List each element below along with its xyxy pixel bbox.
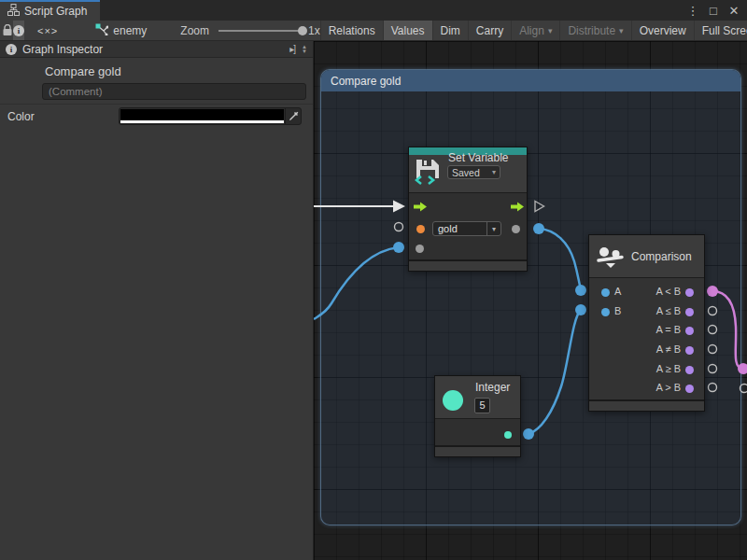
info-icon: i xyxy=(13,25,24,36)
view-toggles: Relations Values Dim Carry Align▾ Distri… xyxy=(320,21,747,40)
color-swatch[interactable] xyxy=(120,109,284,123)
input-port-a[interactable] xyxy=(601,288,610,297)
node-footer xyxy=(409,259,527,271)
chevron-down-icon: ▾ xyxy=(492,168,496,176)
full-screen-button[interactable]: Full Screen xyxy=(694,21,747,40)
output-port-less[interactable] xyxy=(685,288,694,297)
output-label: A > B xyxy=(655,382,681,393)
color-field[interactable] xyxy=(119,107,302,125)
output-label: A = B xyxy=(655,324,681,335)
carry-button[interactable]: Carry xyxy=(468,21,511,40)
output-port-equal[interactable] xyxy=(685,327,694,335)
zoom-value: 1x xyxy=(308,24,320,37)
graph-inspector-header: i Graph Inspector ▸] ▲ ▼ xyxy=(0,41,313,58)
output-label: A ≥ B xyxy=(656,363,681,374)
maximize-icon[interactable]: □ xyxy=(706,3,721,18)
divider xyxy=(0,104,313,105)
overview-button[interactable]: Overview xyxy=(631,21,694,40)
value-input-port[interactable] xyxy=(416,245,424,253)
node-title: Set Variable xyxy=(448,151,508,164)
alpha-bar xyxy=(120,120,284,123)
output-port-greater-equal[interactable] xyxy=(685,366,694,374)
tab-title: Script Graph xyxy=(24,5,87,18)
node-title: Comparison xyxy=(631,250,692,263)
node-set-variable[interactable]: Set Variable Saved ▾ gold ▾ xyxy=(408,147,528,272)
node-comparison[interactable]: Comparison A A < B B A ≤ B A = B A ≠ B xyxy=(588,234,705,412)
zoom-control: Zoom 1x xyxy=(180,21,319,40)
comment-input[interactable] xyxy=(42,83,306,100)
input-label: B xyxy=(614,305,621,316)
chevron-down-icon: ▾ xyxy=(486,222,500,235)
node-title: Integer xyxy=(475,381,510,394)
color-label: Color xyxy=(7,110,35,123)
flow-input-port[interactable] xyxy=(413,202,428,215)
zoom-slider[interactable] xyxy=(218,30,304,32)
graph-title: Compare gold xyxy=(45,64,121,78)
dock-panel-icon[interactable]: ▸] xyxy=(289,44,295,54)
relations-button[interactable]: Relations xyxy=(320,21,383,40)
inspector-toggle-button[interactable]: i xyxy=(13,21,24,40)
panel-scrubber[interactable]: ▲ ▼ xyxy=(302,45,307,54)
output-port-greater[interactable] xyxy=(685,385,694,393)
save-variable-icon xyxy=(415,158,441,189)
tab-bar: Script Graph ⋮ □ ✕ xyxy=(0,0,747,21)
code-icon: <×> xyxy=(37,25,58,36)
eyedropper-button[interactable] xyxy=(285,108,301,124)
script-graph-window: Script Graph ⋮ □ ✕ i <×> enemy Zoom 1x xyxy=(0,0,747,560)
value-output-port[interactable] xyxy=(512,225,520,233)
align-dropdown[interactable]: Align▾ xyxy=(511,21,559,40)
close-icon[interactable]: ✕ xyxy=(726,3,741,18)
integer-type-icon xyxy=(443,390,463,411)
breadcrumb-label: enemy xyxy=(113,24,147,37)
chevron-down-icon: ▾ xyxy=(548,26,553,35)
info-icon: i xyxy=(6,44,17,55)
variable-name-port[interactable] xyxy=(416,225,425,233)
inspector-header-title: Graph Inspector xyxy=(22,43,103,56)
flow-output-port[interactable] xyxy=(510,202,525,215)
scrub-down-icon: ▼ xyxy=(302,49,307,54)
node-footer xyxy=(435,445,520,456)
output-label: A ≤ B xyxy=(656,305,681,316)
integer-output-port[interactable] xyxy=(504,431,512,439)
input-label: A xyxy=(614,286,621,297)
variable-name-dropdown[interactable]: gold ▾ xyxy=(432,221,501,236)
eyedropper-icon xyxy=(289,111,299,121)
graph-hierarchy-icon xyxy=(7,4,20,19)
output-port-not-equal[interactable] xyxy=(685,346,694,355)
dim-button[interactable]: Dim xyxy=(432,21,468,40)
graph-inspector-panel: i Graph Inspector ▸] ▲ ▼ Compare gold Co… xyxy=(0,41,314,560)
chevron-down-icon: ▾ xyxy=(619,26,624,35)
tab-script-graph[interactable]: Script Graph xyxy=(0,0,100,21)
output-port-less-equal[interactable] xyxy=(685,308,694,316)
zoom-slider-knob[interactable] xyxy=(298,26,307,35)
window-menu-icon[interactable]: ⋮ xyxy=(685,3,700,18)
lock-icon[interactable] xyxy=(2,21,13,40)
variable-kind-dropdown[interactable]: Saved ▾ xyxy=(447,165,500,179)
graph-node-icon xyxy=(95,23,108,38)
graph-canvas[interactable]: Compare gold xyxy=(314,41,747,560)
comparison-scale-icon xyxy=(596,245,625,273)
color-value xyxy=(120,109,284,120)
distribute-dropdown[interactable]: Distribute▾ xyxy=(559,21,630,40)
window-controls: ⋮ □ ✕ xyxy=(685,0,747,21)
output-label: A < B xyxy=(655,286,681,297)
breadcrumb[interactable]: enemy xyxy=(95,21,147,40)
node-footer xyxy=(589,399,704,411)
group-header[interactable]: Compare gold xyxy=(321,70,740,91)
output-label: A ≠ B xyxy=(656,343,681,355)
graph-toolbar: i <×> enemy Zoom 1x Relations Values Dim… xyxy=(0,21,747,41)
code-view-button[interactable]: <×> xyxy=(37,21,58,40)
group-title: Compare gold xyxy=(331,75,401,88)
node-integer[interactable]: Integer 5 xyxy=(434,375,521,457)
zoom-label: Zoom xyxy=(180,24,209,37)
integer-value-input[interactable]: 5 xyxy=(474,398,490,413)
input-port-b[interactable] xyxy=(601,308,610,316)
values-button[interactable]: Values xyxy=(383,21,432,40)
